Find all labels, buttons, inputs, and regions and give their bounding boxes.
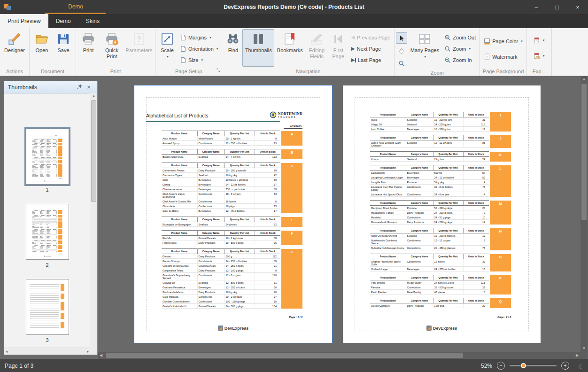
zoom-out-button[interactable]: Zoom Out xyxy=(442,32,478,42)
thumbnails-horizontal-scrollbar[interactable]: ◂ ▸ xyxy=(4,348,90,355)
scale-button[interactable]: Scale ▾ xyxy=(157,29,178,67)
thumbnail-item[interactable]: 3 xyxy=(26,279,69,343)
scrollbar-thumb[interactable] xyxy=(581,84,587,220)
report-cell: 11 xyxy=(255,280,281,285)
many-pages-label: Many Pages xyxy=(410,47,439,54)
scroll-right-icon[interactable]: ▶ xyxy=(574,352,580,359)
scroll-right-icon[interactable]: ▸ xyxy=(87,349,89,354)
scroll-up-icon[interactable]: ▲ xyxy=(580,76,588,83)
dropdown-caret: ▾ xyxy=(543,54,545,57)
open-folder-icon xyxy=(35,32,49,46)
report-group-table: Product NameCategory NameQuantity Per Un… xyxy=(370,228,511,250)
report-page[interactable]: Product NameCategory NameQuantity Per Un… xyxy=(343,85,541,343)
report-cell: Boston Crab Meat xyxy=(162,155,197,159)
report-cell: 24 - 12 oz bottles xyxy=(224,182,255,187)
zoom-in-label: Zoom In xyxy=(453,57,472,63)
pointer-tool-button[interactable] xyxy=(396,32,407,44)
zoom-out-icon[interactable]: − xyxy=(497,362,505,370)
report-cell: Seafood xyxy=(406,157,433,162)
many-pages-button[interactable]: Many Pages ▾ xyxy=(407,29,442,67)
report-group-table: Product NameCategory NameQuantity Per Un… xyxy=(162,230,302,245)
group-letter-badge: G xyxy=(281,249,302,309)
close-panel-icon[interactable]: × xyxy=(84,84,93,91)
report-cell: 5 kg pkg. xyxy=(433,180,463,185)
open-button[interactable]: Open xyxy=(31,29,53,67)
scroll-down-icon[interactable]: ▼ xyxy=(580,345,588,352)
report-cell: 16 kg pkg. xyxy=(224,173,255,178)
zoom-slider-thumb[interactable] xyxy=(521,363,526,368)
close-button[interactable]: × xyxy=(567,0,588,14)
report-cell: 50 - 300 g pkgs. xyxy=(433,206,463,210)
thumbnail-item[interactable]: Alphabetical List of ProductsNORTHWINDTR… xyxy=(26,129,69,193)
printer-icon xyxy=(81,32,95,46)
page-color-button[interactable]: Page Color ▾ xyxy=(481,36,525,46)
tab-print-preview[interactable]: Print Preview xyxy=(0,14,48,28)
brand-text: DevExpress xyxy=(224,326,249,331)
send-email-button[interactable]: ▾ xyxy=(531,51,547,61)
preview-vertical-scrollbar[interactable]: ▲ ▼ xyxy=(580,76,588,352)
find-button[interactable]: Find xyxy=(224,29,242,67)
report-cell: Confections xyxy=(406,215,433,220)
scrollbar-thumb[interactable] xyxy=(91,100,96,202)
maximize-button[interactable]: □ xyxy=(547,0,567,14)
hand-tool-button[interactable] xyxy=(396,45,407,56)
report-cell: Produce xyxy=(406,180,433,185)
thumbnails-vertical-scrollbar[interactable]: ▲ xyxy=(90,93,97,348)
report-cell: 20 - 450 g glasses xyxy=(46,239,52,240)
margins-button[interactable]: Margins ▾ xyxy=(178,32,220,42)
northwind-logo: NORTHWINDTRADERS xyxy=(270,111,302,118)
document-preview-area[interactable]: Alphabetical List of ProductsNORTHWINDTR… xyxy=(98,76,588,359)
thumbnails-button[interactable]: Thumbnails xyxy=(242,29,274,67)
report-cell: 42 xyxy=(255,173,281,178)
report-page[interactable]: Product NameCategory NameQuantity Per Un… xyxy=(26,204,69,259)
designer-icon xyxy=(8,32,22,46)
report-cell: Produce xyxy=(406,206,433,210)
last-page-button[interactable]: ▶ Last Page xyxy=(348,55,393,65)
report-cell: Meat/Poultry xyxy=(39,248,45,249)
minimize-button[interactable]: – xyxy=(526,0,547,14)
report-cell: Laughing Lumberjack Lager xyxy=(370,175,406,180)
report-cell: Condiments xyxy=(406,259,433,267)
zoom-in-icon[interactable]: + xyxy=(561,362,569,370)
report-cell: 100 - 250 g bags xyxy=(224,299,255,304)
scroll-up-icon[interactable]: ▲ xyxy=(90,93,97,99)
dialog-launcher-icon[interactable] xyxy=(217,67,221,74)
report-cell: 32 xyxy=(463,259,489,267)
designer-button[interactable]: Designer xyxy=(1,29,28,67)
preview-horizontal-scrollbar[interactable]: ◀ ▶ xyxy=(98,351,580,359)
thumbnail-item[interactable]: Product NameCategory NameQuantity Per Un… xyxy=(26,204,69,268)
thumbnail-page-preview[interactable] xyxy=(26,279,69,335)
report-cell: Lakkalikööri xyxy=(370,170,406,175)
report-cell: Condiments xyxy=(39,141,45,142)
pin-icon[interactable] xyxy=(75,84,84,91)
export-document-button[interactable]: ▾ xyxy=(531,35,547,45)
zoom-slider[interactable] xyxy=(510,365,557,366)
report-cell: Gustaf's Knäckebröd xyxy=(32,176,39,177)
northwind-logo: NORTHWINDTRADERS xyxy=(55,135,62,136)
zoom-button[interactable]: Zoom ▾ xyxy=(442,44,478,54)
scroll-left-icon[interactable]: ◂ xyxy=(6,349,8,354)
resize-grip[interactable] xyxy=(576,363,581,369)
ribbon-group-navigation: Find Thumbnails Bookmarks xyxy=(222,28,395,76)
orientation-button[interactable]: Orientation ▾ xyxy=(178,44,220,54)
tab-demo[interactable]: Demo xyxy=(48,14,78,28)
size-button[interactable]: Size ▾ xyxy=(178,55,220,65)
tab-skins[interactable]: Skins xyxy=(78,14,107,28)
report-page[interactable]: Alphabetical List of ProductsNORTHWINDTR… xyxy=(26,129,69,184)
next-page-button[interactable]: ▶ Next Page xyxy=(348,44,393,54)
thumbnail-number: 2 xyxy=(26,262,69,268)
watermark-button[interactable]: A Watermark xyxy=(481,52,525,62)
zoom-select-tool-button[interactable] xyxy=(396,58,407,69)
scroll-left-icon[interactable]: ◀ xyxy=(98,352,104,359)
print-button[interactable]: Print xyxy=(77,29,99,67)
report-page[interactable]: Alphabetical List of ProductsNORTHWINDTR… xyxy=(134,85,332,343)
group-label-page-setup: Page Setup xyxy=(155,68,222,76)
bookmarks-button[interactable]: Bookmarks xyxy=(274,29,305,67)
thumbnail-page-preview[interactable]: Alphabetical List of ProductsNORTHWINDTR… xyxy=(26,129,69,185)
save-button[interactable]: Save xyxy=(53,29,74,67)
scrollbar-thumb[interactable] xyxy=(106,353,463,358)
thumbnail-page-preview[interactable]: Product NameCategory NameQuantity Per Un… xyxy=(26,204,69,260)
quick-print-button[interactable]: Quick Print xyxy=(99,29,124,67)
zoom-in-button[interactable]: Zoom In xyxy=(442,55,478,65)
report-cell: Beverages xyxy=(406,267,433,271)
